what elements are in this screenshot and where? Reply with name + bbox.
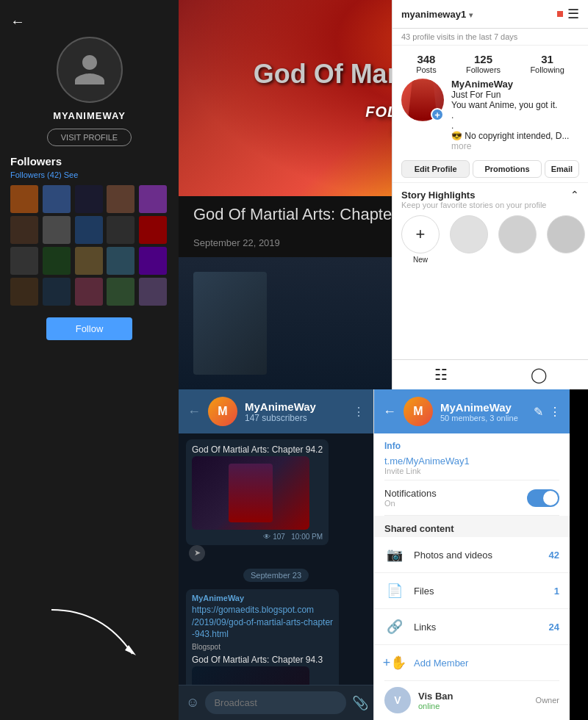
- shared-content-label: Shared content: [374, 516, 570, 537]
- attach-icon[interactable]: 📎: [352, 695, 368, 711]
- notifications-toggle[interactable]: [527, 489, 559, 507]
- ig-highlight-1[interactable]: [450, 215, 488, 253]
- ig-action-buttons: Edit Profile Promotions Email: [392, 157, 588, 182]
- follower-thumb: [107, 247, 135, 275]
- follow-button[interactable]: Follow: [46, 317, 133, 340]
- group-header-info: MyAnimeWay 50 members, 3 online: [440, 401, 526, 422]
- chat-header-info: MyAnimeWay 147 subscribers: [245, 400, 345, 423]
- message-bubble: God Of Martial Arts: Chapter 94.2 👁 107 …: [186, 439, 329, 545]
- instagram-panel: myanimeway1 ▾ ☰ 43 profile visits in the…: [392, 0, 588, 389]
- message-image-download: ↓: [192, 666, 309, 685]
- ig-highlight-circle-3: [547, 215, 585, 256]
- photos-label: Photos and videos: [414, 550, 540, 561]
- ig-visits: 43 profile visits in the last 7 days: [392, 29, 588, 46]
- ig-highlight-new: + New: [401, 215, 440, 264]
- ig-bio-desc: You want Anime, you got it.: [451, 100, 579, 110]
- ig-highlights-collapse-icon[interactable]: ⌃: [570, 189, 579, 201]
- ig-highlight-new-button[interactable]: +: [401, 215, 440, 253]
- broadcast-input[interactable]: [205, 691, 346, 714]
- chat-header: ← M MyAnimeWay 147 subscribers ⋮: [179, 389, 373, 433]
- chat-more-icon[interactable]: ⋮: [353, 405, 365, 419]
- ig-highlight-circle-1: [450, 215, 488, 256]
- follower-thumb: [75, 216, 103, 244]
- ig-highlight-2[interactable]: [498, 215, 537, 253]
- chat-message: MyAnimeWay https://gomaedits.blogspot.co…: [186, 589, 339, 685]
- notif-sub: On: [384, 499, 437, 508]
- group-back-button[interactable]: ←: [383, 404, 396, 420]
- message-bubble: MyAnimeWay https://gomaedits.blogspot.co…: [186, 589, 339, 685]
- ig-menu-icon[interactable]: ☰: [567, 6, 579, 22]
- followers-title: Followers: [10, 155, 168, 168]
- visit-profile-button[interactable]: VISIT PROFILE: [47, 129, 132, 146]
- ig-bottom-nav: ☷ ◯: [392, 359, 588, 389]
- group-pencil-icon[interactable]: ✎: [534, 405, 543, 419]
- follower-thumb: [10, 216, 38, 244]
- follower-thumb: [10, 185, 38, 213]
- ig-bio-dot2: .: [451, 120, 579, 131]
- follower-thumb: [139, 278, 167, 306]
- ig-highlight-new-label: New: [413, 256, 428, 264]
- invite-link-label: Invite Link: [384, 467, 559, 475]
- sidebar-username: MYANIMEWAY: [53, 110, 126, 121]
- ig-followers-stat: 125 Followers: [466, 53, 501, 74]
- group-name: MyAnimeWay: [440, 401, 526, 414]
- files-item[interactable]: 📄 Files 1: [374, 573, 570, 609]
- group-more-icon[interactable]: ⋮: [549, 405, 561, 419]
- promotions-button[interactable]: Promotions: [473, 160, 541, 178]
- follower-thumb: [107, 185, 135, 213]
- ig-story-highlights: Story Highlights ⌃ Keep your favorite st…: [392, 182, 588, 267]
- forward-button[interactable]: ➤: [189, 545, 205, 561]
- chat-back-button[interactable]: ←: [187, 404, 201, 420]
- ig-grid-icon[interactable]: ☷: [434, 366, 448, 384]
- notifications-row: Notifications On: [374, 480, 570, 515]
- group-avatar: M: [404, 397, 433, 426]
- follower-thumb: [75, 278, 103, 306]
- back-button[interactable]: ←: [10, 13, 25, 30]
- group-info-body: Info t.me/MyAnimeWay1 Invite Link Notifi…: [374, 433, 570, 720]
- add-member-label: Add Member: [414, 658, 468, 669]
- add-member-icon: +✋: [384, 652, 405, 673]
- message-link[interactable]: https://gomaedits.blogspot.com/2019/09/g…: [192, 604, 333, 641]
- member-role: Owner: [536, 696, 559, 705]
- follower-thumb: [10, 247, 38, 275]
- message-source: Blogspot: [192, 642, 333, 652]
- message-title: God Of Martial Arts: Chapter 94.3: [192, 654, 333, 666]
- email-button[interactable]: Email: [545, 160, 579, 178]
- ig-avatar-wrap: +: [401, 79, 444, 121]
- links-label: Links: [414, 622, 540, 633]
- follower-grid: [10, 185, 168, 306]
- emoji-icon[interactable]: ☺: [186, 695, 199, 710]
- chat-subscribers: 147 subscribers: [245, 413, 345, 423]
- group-icons: ✎ ⋮: [534, 405, 561, 419]
- ig-add-story-button[interactable]: +: [431, 108, 444, 121]
- ig-tag-icon[interactable]: ◯: [531, 366, 547, 384]
- follower-thumb: [139, 247, 167, 275]
- ig-username: myanimeway1 ▾: [401, 9, 553, 20]
- follower-thumb: [107, 216, 135, 244]
- ig-highlight-3[interactable]: [547, 215, 585, 253]
- followers-section: Followers Followers (42) See: [0, 146, 179, 306]
- ig-bio-dot1: .: [451, 110, 579, 120]
- chat-panel: ← M MyAnimeWay 147 subscribers ⋮ God Of …: [179, 389, 373, 720]
- member-name: Vis Ban: [418, 691, 528, 702]
- add-member-row[interactable]: +✋ Add Member: [374, 645, 570, 680]
- ig-stats-row: 348 Posts 125 Followers 31 Following: [392, 46, 588, 79]
- dropdown-icon[interactable]: ▾: [469, 11, 473, 19]
- plus-icon: +: [416, 226, 426, 242]
- ig-bio-more[interactable]: more: [451, 141, 471, 151]
- edit-profile-button[interactable]: Edit Profile: [401, 160, 470, 178]
- member-avatar: V: [384, 687, 411, 713]
- follower-thumb: [43, 185, 71, 213]
- follower-thumb: [43, 247, 71, 275]
- arrow-line-decoration: [44, 602, 147, 661]
- posts-count: 348: [416, 53, 437, 65]
- follower-thumb: [43, 278, 71, 306]
- photos-videos-item[interactable]: 📷 Photos and videos 42: [374, 537, 570, 573]
- group-link[interactable]: t.me/MyAnimeWay1: [384, 456, 559, 467]
- links-item[interactable]: 🔗 Links 24: [374, 609, 570, 645]
- following-label: Following: [530, 65, 564, 74]
- sender-name: MyAnimeWay: [192, 594, 333, 602]
- ig-bio: MyAnimeWay Just For Fun You want Anime, …: [451, 79, 579, 151]
- ig-posts-stat: 348 Posts: [416, 53, 437, 74]
- view-icon: 👁: [263, 533, 270, 541]
